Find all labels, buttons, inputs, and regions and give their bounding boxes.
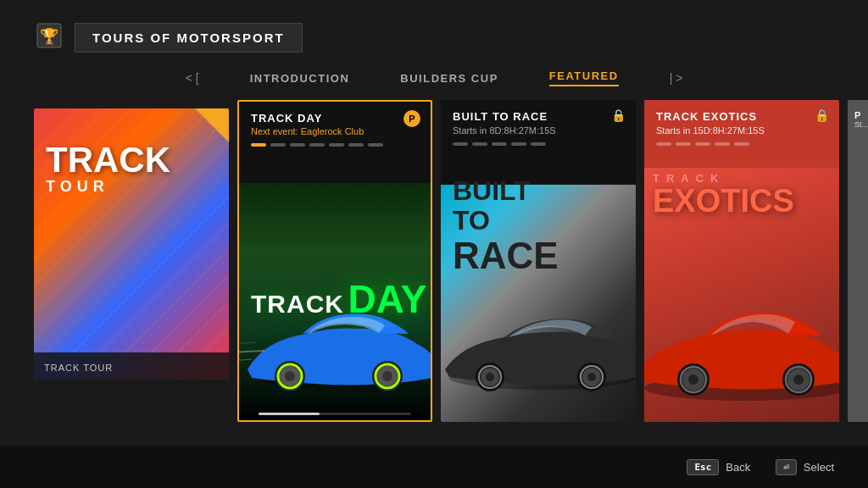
track-text-main: TRACK [46,142,170,178]
trophy-icon: 🏆 [34,20,64,54]
td-line1: TRACK [251,290,344,318]
te-title: TRACK EXOTICS [656,110,827,123]
back-action: Esc Back [687,459,750,475]
btr-title: BUILT TO RACE [453,110,624,123]
select-key[interactable]: ⏎ [776,459,797,475]
track-tour-text: TRACK TOUR [46,142,170,196]
nav-left-arrow[interactable]: < [ [186,71,199,85]
card-track-exotics[interactable]: 🔒 TRACK EXOTICS Starts in 15D:8H:27M:15S… [644,100,839,422]
te-timer: Starts in 15D:8H:27M:15S [656,125,827,136]
svg-text:🏆: 🏆 [40,27,59,46]
te-info: TRACK EXOTICS Starts in 15D:8H:27M:15S [644,100,839,152]
svg-line-12 [237,359,252,361]
btr-line1: BUILT [453,176,559,206]
dot-7 [368,143,383,147]
te-dots [656,142,827,146]
card-built-to-race[interactable]: 🔒 BUILT TO RACE Starts in 8D:8H:27M:15S … [441,100,636,422]
partial-timer: St... [854,120,868,129]
track-day-scrollbar [259,413,412,415]
svg-point-5 [285,371,295,381]
btr-dot-4 [511,142,526,146]
partial-title: P [854,110,868,120]
track-tour-label: TRACK TOUR [44,359,219,373]
back-label: Back [726,461,750,474]
btr-line3: RACE [453,236,559,276]
btr-dot-1 [453,142,468,146]
scrollbar-thumb [259,413,320,415]
tab-introduction[interactable]: INTRODUCTION [250,72,350,85]
dot-1 [251,143,266,147]
te-dot-4 [715,142,730,146]
dark-car-graphic [441,303,636,405]
track-day-text: TRACK DAY [251,280,426,319]
dot-6 [348,143,364,147]
svg-point-17 [486,373,494,381]
dot-4 [309,143,325,147]
svg-line-13 [237,342,256,344]
btr-dot-5 [531,142,546,146]
tab-builders-cup[interactable]: BUILDERS CUP [400,72,498,85]
btr-line2: TO [453,206,559,236]
page-title: TOURS OF MOTORSPORT [75,23,303,53]
track-day-dots [251,143,419,147]
track-text-sub: TOUR [46,178,170,196]
btr-timer: Starts in 8D:8H:27M:15S [453,125,624,136]
red-car-graphic [644,295,839,405]
svg-point-8 [382,371,392,381]
select-action: ⏎ Select [776,459,834,475]
card-partial[interactable]: P St... [848,100,868,422]
btr-dot-3 [492,142,507,146]
track-tour-label-block: TRACK TOUR [34,352,229,380]
track-day-title: TRACK DAY [251,112,419,125]
header-bar: 🏆 TOURS OF MOTORSPORT [34,20,303,54]
esc-key[interactable]: Esc [687,459,719,475]
te-text: TRACK EXOTICS [653,172,794,217]
te-dot-2 [676,142,691,146]
nav-tabs: < [ INTRODUCTION BUILDERS CUP FEATURED |… [0,61,868,95]
td-line2: DAY [348,277,426,321]
card-track-tour[interactable]: TRACK TOUR TRACK TOUR [34,108,229,380]
btr-dot-2 [472,142,487,146]
bottom-bar: Esc Back ⏎ Select [0,446,868,488]
card-track-day[interactable]: P TRACK DAY Next event: Eaglerock Club [237,100,432,422]
corner-flag [195,108,229,142]
dot-5 [329,143,344,147]
te-dot-1 [656,142,671,146]
track-day-info: TRACK DAY Next event: Eaglerock Club [239,102,431,153]
te-dot-5 [734,142,749,146]
svg-point-29 [793,374,804,385]
btr-text: BUILT TO RACE [453,176,559,277]
btr-dots [453,142,624,146]
te-line2: EXOTICS [653,185,794,217]
te-dot-3 [695,142,710,146]
tab-featured[interactable]: FEATURED [549,69,619,86]
dot-2 [270,143,286,147]
select-label: Select [804,461,834,474]
nav-right-arrow[interactable]: | > [670,71,683,85]
cards-container: TRACK TOUR TRACK TOUR P TRACK DAY Next e… [34,100,868,430]
btr-info: BUILT TO RACE Starts in 8D:8H:27M:15S [441,100,636,152]
svg-line-11 [237,351,264,352]
partial-info: P St... [848,100,868,136]
svg-point-26 [688,374,698,385]
track-day-subtitle: Next event: Eaglerock Club [251,126,419,136]
svg-point-20 [587,373,596,381]
dot-3 [290,143,305,147]
